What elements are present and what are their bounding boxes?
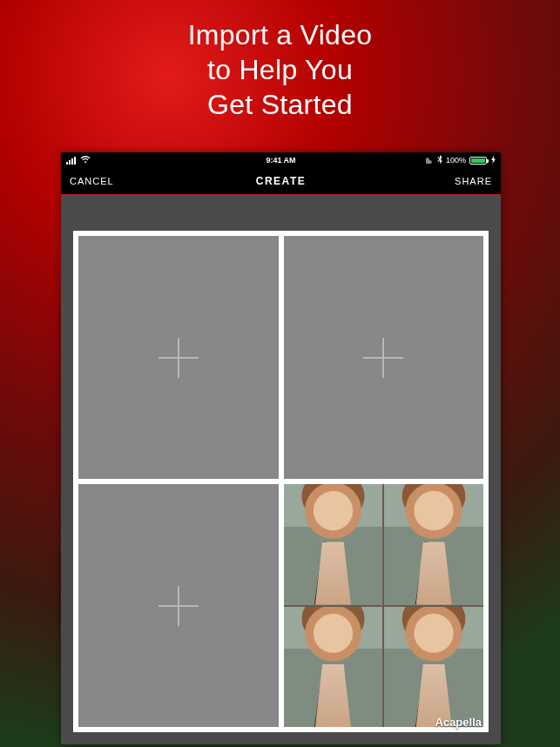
promo-line-2: to Help You — [0, 52, 560, 87]
video-slot-empty[interactable] — [78, 484, 279, 727]
battery-icon — [469, 157, 487, 165]
cellular-signal-icon — [66, 157, 76, 165]
video-thumbnail — [284, 484, 383, 605]
status-left — [66, 156, 91, 165]
cancel-button[interactable]: CANCEL — [70, 176, 114, 186]
video-slot-empty[interactable] — [284, 236, 484, 479]
share-button[interactable]: SHARE — [455, 176, 492, 186]
charging-icon — [491, 156, 496, 165]
promo-headline: Import a Video to Help You Get Started — [0, 0, 560, 122]
video-thumbnail — [384, 484, 483, 605]
video-thumbnail — [284, 607, 383, 728]
video-slot-filled[interactable] — [284, 484, 484, 727]
video-thumbnail — [384, 607, 483, 728]
status-right: 100% — [426, 155, 496, 165]
imported-video-preview — [284, 484, 484, 727]
promo-line-3: Get Started — [0, 87, 560, 122]
bluetooth-icon — [437, 155, 442, 165]
battery-percent: 100% — [446, 156, 466, 165]
video-grid — [78, 236, 483, 727]
page-title: CREATE — [61, 175, 501, 187]
wifi-icon — [80, 156, 91, 165]
video-grid-frame: Acapella — [73, 231, 489, 732]
nav-bar: CANCEL CREATE SHARE — [61, 168, 501, 196]
device-frame: 9:41 AM 100% CANCEL CREATE SHARE — [61, 152, 501, 744]
do-not-disturb-icon — [426, 156, 434, 165]
video-slot-empty[interactable] — [78, 236, 279, 479]
promo-line-1: Import a Video — [0, 17, 560, 52]
status-bar: 9:41 AM 100% — [61, 152, 501, 168]
editor-canvas: Acapella — [61, 196, 501, 744]
